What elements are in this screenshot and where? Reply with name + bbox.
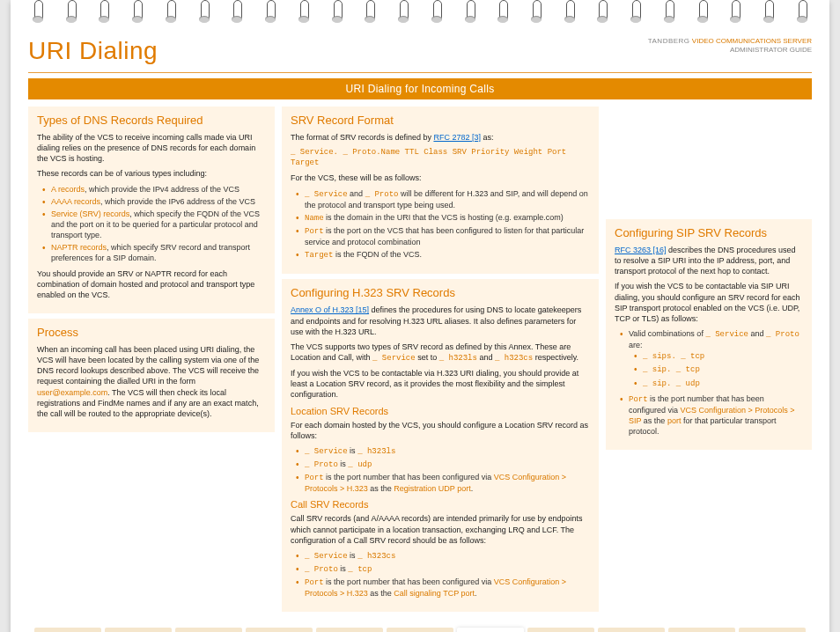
list-item: A records, which provide the IPv4 addres… [46, 184, 266, 195]
list-item: Port is the port number that has been co… [299, 577, 590, 599]
h323-box: Configuring H.323 SRV Records Annex O of… [282, 279, 599, 612]
body-text: The ability of the VCS to receive incomi… [37, 132, 266, 164]
list-item: _ Service is _ h323ls [299, 445, 590, 457]
list-item: _ Proto is _ tcp [299, 563, 590, 575]
tab-bandwidth-control[interactable]: Bandwidth Control [527, 628, 594, 632]
body-text: The VCS supports two types of SRV record… [291, 342, 590, 364]
body-text: When an incoming call has been placed us… [37, 344, 266, 419]
header-guide: ADMINISTRATOR GUIDE [648, 46, 812, 55]
tab-overview-status[interactable]: Overview and Status [175, 628, 242, 632]
tab-system-config[interactable]: System Configuration [246, 628, 313, 632]
section-bar: URI Dialing for Incoming Calls [28, 78, 812, 99]
list-item: NAPTR records, which specify SRV record … [46, 242, 266, 263]
section-title: SRV Record Format [291, 114, 590, 127]
spiral-binding [11, 0, 829, 33]
section-title: Configuring SIP SRV Records [615, 226, 803, 239]
bullet-list: _ Service and _ Proto will be different … [291, 188, 590, 261]
tab-firewall-traversal[interactable]: Firewall Traversal [598, 628, 665, 632]
body-text: For each domain hosted by the VCS, you s… [291, 420, 590, 441]
rfc-link[interactable]: RFC 2782 [3] [433, 133, 481, 142]
document-page: URI Dialing TANDBERG VIDEO COMMUNICATION… [11, 0, 829, 632]
list-item: _ Proto is _ udp [299, 459, 590, 470]
tab-vcs-config[interactable]: VCS Configuration [316, 628, 383, 632]
body-text: RFC 3263 [16] describes the DNS procedur… [615, 245, 803, 276]
body-text: You should provide an SRV or NAPTR recor… [37, 268, 266, 300]
section-title: Types of DNS Records Required [37, 114, 266, 127]
body-text: The format of SRV records is defined by … [291, 132, 590, 143]
list-item: Port is the port number that has been co… [623, 393, 803, 437]
subsection-title: Call SRV Records [291, 499, 590, 510]
list-item: _ sip. _ tcp [637, 364, 803, 375]
list-item: _ Service is _ h323cs [299, 550, 590, 562]
body-text: If you wish the VCS to be contactable vi… [291, 368, 590, 400]
section-title: Configuring H.323 SRV Records [291, 286, 590, 299]
list-item: _ Service and _ Proto will be different … [299, 188, 590, 210]
bullet-list: _ Service is _ h323ls _ Proto is _ udp P… [291, 445, 590, 495]
body-text: These records can be of various types in… [37, 168, 266, 179]
list-item: Port is the port on the VCS that has bee… [299, 225, 590, 247]
list-item: Port is the port number that has been co… [299, 472, 590, 494]
sip-box: Configuring SIP SRV Records RFC 3263 [16… [606, 219, 812, 450]
tab-zones-neighbors[interactable]: Zones and Neighbors [387, 628, 453, 632]
list-item: _ sip. _ udp [637, 378, 803, 389]
list-item: Valid combinations of _ Service and _ Pr… [623, 328, 803, 389]
section-title: Process [37, 326, 266, 339]
body-text: For the VCS, these will be as follows: [291, 173, 590, 183]
page-header: URI Dialing TANDBERG VIDEO COMMUNICATION… [28, 37, 812, 73]
list-item: AAAA records, which provide the IPv6 add… [46, 196, 266, 207]
tab-call-processing[interactable]: Call Processing [457, 628, 524, 632]
list-item: Name is the domain in the URI that the V… [299, 212, 590, 224]
tab-introduction[interactable]: Introduction [34, 628, 101, 632]
code-block: _ Service. _ Proto.Name TTL Class SRV Pr… [291, 147, 590, 168]
tab-maintenance[interactable]: Maintenance [668, 628, 735, 632]
nav-tabs: Introduction Getting Started Overview an… [11, 622, 829, 632]
header-product: VIDEO COMMUNICATIONS SERVER [692, 37, 812, 45]
bullet-list: A records, which provide the IPv4 addres… [37, 184, 266, 264]
tab-getting-started[interactable]: Getting Started [105, 628, 172, 632]
process-box: Process When an incoming call has been p… [28, 319, 275, 432]
annex-link[interactable]: Annex O of H.323 [15] [291, 305, 369, 314]
body-text: If you wish the VCS to be contactable vi… [615, 281, 803, 324]
body-text: Call SRV records (and A/AAAA records) ar… [291, 513, 590, 545]
header-brand: TANDBERG [648, 37, 690, 45]
bullet-list: Valid combinations of _ Service and _ Pr… [615, 328, 803, 437]
srv-format-box: SRV Record Format The format of SRV reco… [282, 107, 599, 274]
bullet-list: _ Service is _ h323cs _ Proto is _ tcp P… [291, 550, 590, 599]
list-item: _ sips. _ tcp [637, 350, 803, 362]
body-text: Annex O of H.323 [15] defines the proced… [291, 305, 590, 336]
dns-records-box: Types of DNS Records Required The abilit… [28, 107, 275, 313]
subsection-title: Location SRV Records [291, 406, 590, 416]
page-title: URI Dialing [28, 37, 158, 65]
tab-appendices[interactable]: Appendices [739, 628, 806, 632]
list-item: Service (SRV) records, which specify the… [46, 209, 266, 240]
header-meta: TANDBERG VIDEO COMMUNICATIONS SERVER ADM… [648, 37, 812, 55]
list-item: Target is the FQDN of the VCS. [299, 249, 590, 261]
rfc-link[interactable]: RFC 3263 [16] [615, 246, 667, 254]
